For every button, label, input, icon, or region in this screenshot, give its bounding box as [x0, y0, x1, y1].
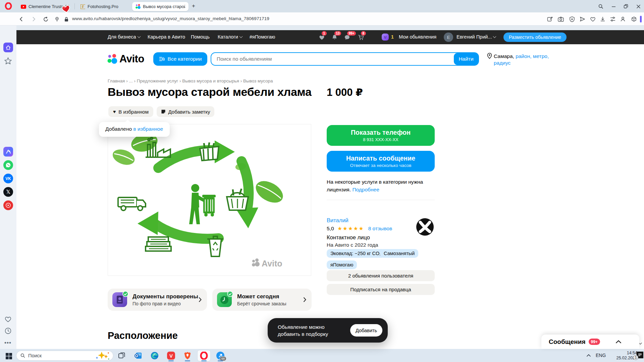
favorite-button[interactable]: ♥ В избранном: [108, 106, 153, 117]
opera-menu-icon[interactable]: [5, 2, 12, 10]
favorite-toast: Добавлено в избранное: [99, 122, 170, 137]
arrow-app-icon[interactable]: 68: [216, 352, 224, 360]
breadcrumb-home[interactable]: Главная: [108, 78, 125, 83]
helping-badge[interactable]: яПомогаю: [327, 260, 357, 269]
chevron-up-icon[interactable]: [615, 340, 622, 344]
location-icon[interactable]: [53, 15, 61, 23]
nav-helping[interactable]: #яПомогаю: [250, 34, 275, 40]
taskbar-search[interactable]: Поиск: [16, 351, 113, 361]
lock-icon[interactable]: [62, 15, 70, 23]
seller-ads-button[interactable]: 2 обьявления пользователя: [327, 270, 435, 281]
sidebar-more-icon[interactable]: •••: [4, 340, 11, 346]
whatsapp-icon[interactable]: [3, 160, 13, 170]
search-input[interactable]: [216, 54, 444, 64]
profile-icon[interactable]: [619, 15, 627, 23]
bookmarks-star-icon[interactable]: [4, 57, 12, 65]
toast-add-button[interactable]: Добавить: [350, 324, 382, 337]
flow-send-icon[interactable]: [578, 15, 586, 23]
cart-icon[interactable]: 8: [357, 34, 365, 41]
extensions-box-icon[interactable]: [630, 15, 638, 23]
all-categories-button[interactable]: Все категории: [153, 52, 207, 66]
my-ads-link[interactable]: Мои обьявления: [399, 34, 436, 40]
vk-icon[interactable]: VK: [3, 174, 13, 183]
tab-fotohosting[interactable]: F Fotohosting.Pro: [77, 2, 129, 11]
restore-button[interactable]: [622, 3, 630, 10]
breadcrumb-dots[interactable]: ...: [129, 78, 132, 83]
eco-badge[interactable]: Эковклад: −250 кг CO₂: [327, 249, 385, 258]
reload-icon[interactable]: [42, 15, 50, 23]
license-more-link[interactable]: Подробнее: [352, 187, 379, 192]
back-icon[interactable]: [17, 15, 25, 23]
notification-count-badge: 1: [633, 355, 638, 360]
brave-icon[interactable]: [183, 352, 192, 360]
notifications-bell-icon[interactable]: 13: [331, 34, 338, 41]
can-today-card[interactable]: Может сегодня Берёт срочные заказы: [212, 289, 312, 311]
location-selector[interactable]: Самара, район, метро,радиус: [494, 53, 552, 66]
documents-verified-card[interactable]: Документы проверены По фото прав и видео: [108, 289, 207, 311]
nav-help[interactable]: Помощь: [191, 34, 210, 40]
passport-icon: [112, 292, 127, 307]
edge-icon[interactable]: [151, 352, 159, 360]
breadcrumb-services[interactable]: Предложение услуг: [137, 78, 178, 83]
task-view-icon[interactable]: [118, 352, 126, 360]
minimize-button[interactable]: [610, 3, 617, 10]
bonus-icon[interactable]: [382, 34, 389, 41]
adblock-shield-icon[interactable]: [568, 15, 576, 23]
nav-career[interactable]: Карьера в Авито: [148, 34, 185, 40]
seller-avatar[interactable]: [416, 218, 434, 236]
nav-catalogs[interactable]: Каталоги: [218, 34, 242, 40]
camera-icon[interactable]: [557, 15, 565, 23]
sidebar-heart-icon[interactable]: [4, 316, 12, 322]
start-button[interactable]: [5, 352, 13, 360]
messages-panel[interactable]: Сообщения 99+: [541, 335, 639, 349]
x-twitter-icon[interactable]: 𝕏: [3, 187, 13, 197]
reviews-link[interactable]: 8 отзывов: [368, 226, 392, 231]
snapshot-edit-icon[interactable]: [546, 15, 554, 23]
taskbar-search-label: Поиск: [28, 353, 42, 358]
show-phone-button[interactable]: Показать телефон 8 931 XXX-XX-XX: [327, 125, 435, 146]
add-note-button[interactable]: Добавить заметку: [157, 106, 214, 117]
tab-avito-active[interactable]: Вывоз мусора старой ме: [132, 2, 189, 11]
user-menu[interactable]: Евгений Прий...: [457, 34, 496, 40]
outlook-icon[interactable]: [134, 352, 142, 360]
breadcrumb-subcategory[interactable]: Вывоз мусора: [243, 78, 273, 83]
toast-favorites-link[interactable]: в избранное: [133, 126, 163, 132]
scroll-thumb-indicator[interactable]: [640, 16, 642, 22]
chevron-down-icon: [239, 35, 243, 38]
avito-logo[interactable]: Avito: [107, 53, 144, 65]
listing-photo[interactable]: Avito: [108, 124, 311, 276]
user-avatar[interactable]: Е: [444, 33, 453, 42]
youtube-music-icon[interactable]: [3, 200, 13, 210]
post-ad-button[interactable]: Разместить обьявление: [503, 33, 567, 42]
tray-chevron-up-icon[interactable]: [586, 354, 591, 357]
download-icon[interactable]: [599, 15, 607, 23]
bookmark-heart-icon[interactable]: [589, 15, 597, 23]
forward-icon[interactable]: [30, 15, 38, 23]
history-clock-icon[interactable]: [4, 327, 12, 335]
new-tab-button[interactable]: +: [192, 3, 195, 9]
speed-dial-home-icon[interactable]: [3, 43, 13, 52]
language-indicator[interactable]: ENG: [596, 353, 606, 358]
settings-sliders-icon[interactable]: [609, 15, 617, 23]
subscribe-button[interactable]: Подписаться на продавца: [327, 284, 435, 295]
favorites-heart-icon[interactable]: 1: [318, 34, 325, 41]
tab-divider: [74, 3, 75, 9]
note-icon: [161, 109, 166, 114]
vivaldi-icon[interactable]: V: [167, 352, 175, 360]
messages-badge: 99+: [347, 31, 356, 36]
write-message-button[interactable]: Написать сообщение Отвечает за несколько…: [327, 151, 435, 172]
tab-title: Fotohosting.Pro: [88, 4, 118, 9]
search-find-button[interactable]: Найти: [454, 53, 478, 65]
clock[interactable]: 14:54 25.02.2026: [611, 351, 637, 361]
chrome-search-icon[interactable]: [597, 3, 604, 10]
notification-center-icon[interactable]: 1: [637, 352, 643, 358]
breadcrumb-category[interactable]: Вывоз мусора и вторсырья: [182, 78, 239, 83]
self-employed-badge[interactable]: Самозанятый: [380, 249, 418, 258]
seller-name-link[interactable]: Виталий: [327, 217, 348, 224]
avito-app-icon[interactable]: [3, 147, 13, 157]
messages-chat-icon[interactable]: 99+: [343, 34, 351, 41]
close-button[interactable]: [635, 3, 642, 10]
opera-icon[interactable]: [200, 352, 208, 360]
url-text[interactable]: www.avito.ru/habarovsk/predlozheniya_usl…: [72, 16, 269, 21]
nav-business[interactable]: Для бизнеса: [108, 34, 140, 40]
